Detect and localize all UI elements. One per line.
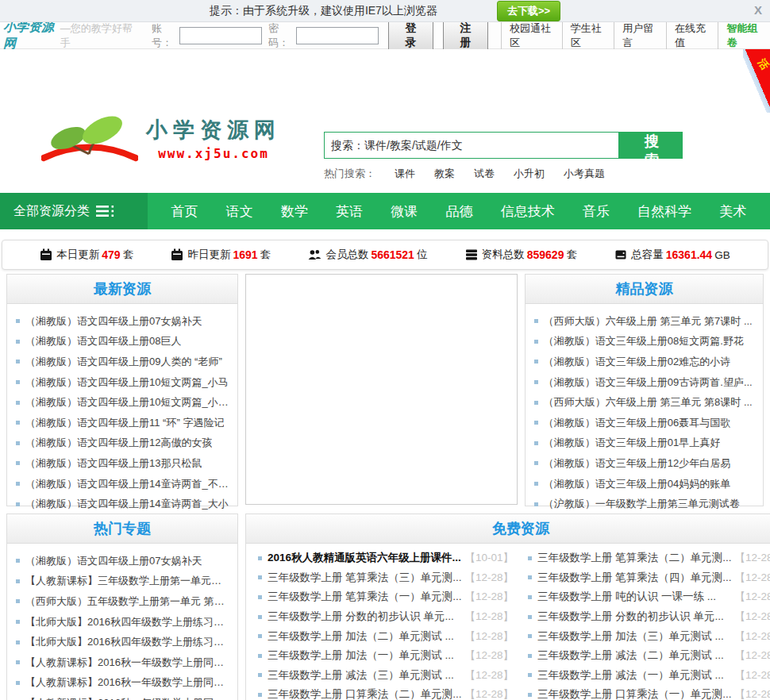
- bullet-icon: [16, 559, 20, 563]
- resource-link[interactable]: 三年级数学上册 加法（三）单元测试 ...【12-28】: [528, 626, 770, 646]
- bullet-icon: [528, 654, 532, 658]
- stat-resources: 资料总数859629套: [465, 248, 577, 262]
- password-input[interactable]: [296, 27, 379, 44]
- corner-ad-ribbon[interactable]: 活: [743, 49, 770, 113]
- bullet-icon: [534, 502, 538, 506]
- resource-link[interactable]: （湘教版）语文三年级上册12少年白居易: [534, 453, 754, 474]
- resource-link[interactable]: （西师大版）六年级上册 第三单元 第7课时 ...: [534, 311, 754, 332]
- nav-item[interactable]: 数学: [281, 202, 308, 221]
- nav-item[interactable]: 信息技术: [501, 202, 555, 221]
- resource-link[interactable]: 三年级数学上册 笔算乘法（四）单元测...【12-28】: [528, 568, 770, 588]
- resource-link[interactable]: （西师大版）六年级上册 第三单元 第8课时 ...: [534, 392, 754, 413]
- resource-link[interactable]: （湘教版）语文四年级上册10短文两篇_小毛...: [16, 392, 229, 413]
- top-link[interactable]: 智能组卷: [718, 21, 770, 50]
- nav-item[interactable]: 自然科学: [637, 202, 691, 221]
- resource-link[interactable]: （湘教版）语文四年级上册12高傲的女孩: [16, 433, 229, 454]
- resource-link[interactable]: 三年级数学上册 笔算乘法（二）单元测...【12-28】: [528, 548, 770, 568]
- bullet-icon: [258, 634, 262, 638]
- resource-link[interactable]: （湘教版）语文三年级上册01早上真好: [534, 433, 754, 454]
- hot-search-link[interactable]: 小考真题: [564, 167, 605, 181]
- nav-item[interactable]: 首页: [171, 202, 198, 221]
- resource-link[interactable]: （沪教版）一年级数学上册第三单元测试卷: [534, 494, 754, 514]
- hot-search-link[interactable]: 教案: [434, 167, 455, 181]
- bullet-icon: [16, 640, 20, 644]
- search-input[interactable]: [324, 132, 619, 159]
- nav-item[interactable]: 品德: [446, 202, 473, 221]
- calendar-icon: [40, 248, 52, 261]
- resource-link[interactable]: 三年级数学上册 口算乘法（一）单元测...【12-28】: [528, 685, 770, 700]
- resource-link[interactable]: （湘教版）语文三年级上册06聂耳与国歌: [534, 413, 754, 433]
- brand-name[interactable]: 小学资源网: [3, 19, 60, 52]
- bullet-icon: [534, 421, 538, 425]
- bullet-icon: [16, 421, 20, 425]
- free-resources-col1: 2016秋人教精通版英语六年级上册课件...【10-01】三年级数学上册 笔算乘…: [251, 548, 521, 700]
- register-button[interactable]: 注册: [443, 19, 488, 52]
- resource-link[interactable]: 【人教新课标】三年级数学上册第一单元第1...: [16, 571, 229, 592]
- resource-link[interactable]: （湘教版）语文三年级上册04妈妈的账单: [534, 474, 754, 494]
- resource-link[interactable]: （湘教版）语文四年级上册07女娲补天: [16, 551, 229, 571]
- resource-link[interactable]: 【北师大版】2016秋四年级数学上册练习题...: [16, 632, 229, 652]
- bullet-icon: [528, 615, 532, 619]
- resource-link[interactable]: 三年级数学上册 减法（一）单元测试 ...【12-28】: [528, 666, 770, 686]
- resource-link[interactable]: 三年级数学上册 吨的认识 一课一练 ...【12-28】: [528, 587, 770, 607]
- site-logo[interactable]: 小学资源网 www.xj5u.com: [41, 114, 281, 162]
- search-area: 搜 索 热门搜索： 课件教案试卷小升初小考真题: [324, 132, 683, 181]
- account-input[interactable]: [179, 27, 262, 44]
- premium-resources-panel: 精品资源 （西师大版）六年级上册 第三单元 第7课时 ...（湘教版）语文三年级…: [525, 274, 764, 506]
- resource-link[interactable]: 三年级数学上册 减法（二）单元测试 ...【12-28】: [528, 646, 770, 666]
- resource-link[interactable]: （湘教版）语文四年级上册14童诗两首_大小: [16, 494, 229, 514]
- resource-link[interactable]: （湘教版）语文四年级上册14童诗两首_不久...: [16, 474, 229, 494]
- top-link[interactable]: 用户留言: [614, 21, 666, 50]
- resource-link[interactable]: 三年级数学上册 笔算乘法（三）单元测...【12-28】: [258, 568, 514, 588]
- resource-link[interactable]: （湘教版）语文四年级上册09人类的 “老师”: [16, 352, 229, 372]
- site-header: 小学资源网 www.xj5u.com 搜 索 热门搜索： 课件教案试卷小升初小考…: [0, 49, 770, 193]
- resource-link[interactable]: （西师大版）五年级数学上册第一单元 第1课...: [16, 591, 229, 612]
- resource-link[interactable]: （湘教版）语文三年级上册02难忘的小诗: [534, 352, 754, 372]
- resource-link[interactable]: （湘教版）语文四年级上册08巨人: [16, 332, 229, 352]
- resource-link[interactable]: 三年级数学上册 口算乘法（二）单元测...【12-28】: [258, 685, 514, 700]
- date-label: 【12-28】: [465, 610, 514, 624]
- resource-link[interactable]: 【人教新课标】2016秋一年级数学上册同步...: [16, 673, 229, 694]
- nav-item[interactable]: 音乐: [583, 202, 610, 221]
- close-icon[interactable]: X: [754, 3, 762, 17]
- nav-item[interactable]: 语文: [226, 202, 253, 221]
- resource-link[interactable]: 三年级数学上册 分数的初步认识 单元...【12-28】: [528, 607, 770, 627]
- resource-link[interactable]: 三年级数学上册 笔算乘法（一）单元测...【12-28】: [258, 587, 514, 607]
- resource-link[interactable]: 【北师大版】2016秋四年级数学上册练习题...: [16, 612, 229, 633]
- resource-link[interactable]: 【人教新课标】2016秋一年级数学上册同步...: [16, 693, 229, 700]
- hot-search-link[interactable]: 小升初: [514, 167, 545, 181]
- top-link[interactable]: 在线充值: [666, 21, 718, 50]
- date-label: 【10-01】: [465, 551, 514, 565]
- bullet-icon: [16, 599, 20, 603]
- date-label: 【12-28】: [735, 571, 770, 585]
- resource-link[interactable]: 三年级数学上册 分数的初步认识 单元...【12-28】: [258, 607, 514, 627]
- resource-link[interactable]: 三年级数学上册 减法（三）单元测试 ...【12-28】: [258, 666, 514, 686]
- nav-item[interactable]: 微课: [391, 202, 418, 221]
- bullet-icon: [528, 595, 532, 599]
- resource-link[interactable]: 三年级数学上册 加法（一）单元测试 ...【12-28】: [258, 646, 514, 666]
- top-link[interactable]: 学生社区: [562, 21, 614, 50]
- resource-link[interactable]: （湘教版）语文四年级上册10短文两篇_小马: [16, 372, 229, 393]
- date-label: 【12-28】: [465, 571, 514, 585]
- login-button[interactable]: 登录: [388, 19, 433, 52]
- resource-link[interactable]: 2016秋人教精通版英语六年级上册课件...【10-01】: [258, 548, 514, 568]
- search-button[interactable]: 搜 索: [619, 132, 683, 159]
- resource-link[interactable]: 三年级数学上册 加法（二）单元测试 ...【12-28】: [258, 626, 514, 646]
- nav-item[interactable]: 英语: [336, 202, 363, 221]
- bullet-icon: [534, 401, 538, 405]
- resource-link[interactable]: （湘教版）语文三年级上册08短文两篇.野花: [534, 332, 754, 352]
- bullet-icon: [16, 401, 20, 405]
- all-categories-button[interactable]: 全部资源分类: [0, 193, 148, 229]
- resource-link[interactable]: （湘教版）语文三年级上册09古诗两首.望庐...: [534, 372, 754, 393]
- media-placeholder: [245, 274, 518, 505]
- resource-link[interactable]: （湘教版）语文四年级上册11 “环” 字遇险记: [16, 413, 229, 433]
- download-button[interactable]: 去下载>>: [497, 1, 560, 21]
- resource-link[interactable]: （湘教版）语文四年级上册07女娲补天: [16, 311, 229, 332]
- nav-item[interactable]: 美术: [719, 202, 746, 221]
- hot-search-link[interactable]: 试卷: [474, 167, 495, 181]
- hot-search-link[interactable]: 课件: [395, 167, 415, 181]
- top-link[interactable]: 校园通社区: [501, 21, 562, 50]
- brand-slogan: —您的教学好帮手: [60, 21, 134, 50]
- resource-link[interactable]: （湘教版）语文四年级上册13那只松鼠: [16, 453, 229, 474]
- resource-link[interactable]: 【人教新课标】2016秋一年级数学上册同步...: [16, 652, 229, 673]
